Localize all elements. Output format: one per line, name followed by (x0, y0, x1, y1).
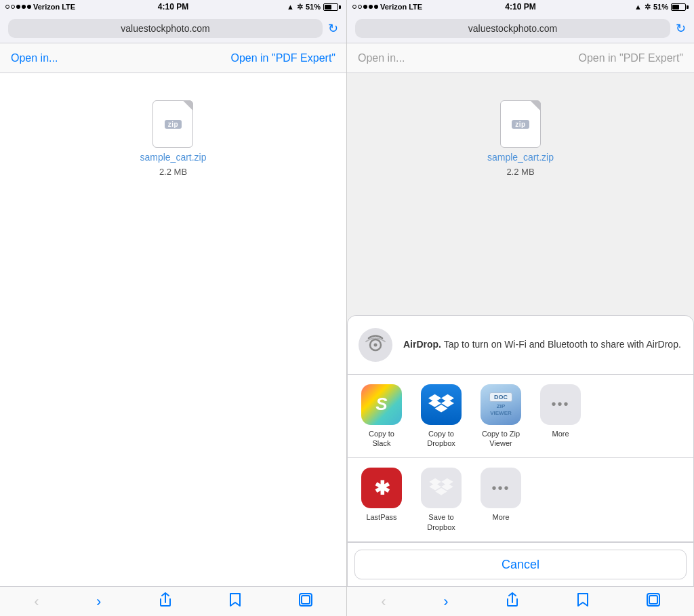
save-dropbox-label: Save toDropbox (427, 512, 455, 532)
signal-dot-r4 (369, 5, 373, 9)
bottom-toolbar-right: ‹ › (347, 586, 694, 616)
right-panel-content: zip sample_cart.zip 2.2 MB (347, 73, 694, 586)
time-left: 4:10 PM (158, 2, 188, 12)
app-item-dropbox[interactable]: Copy toDropbox (414, 384, 468, 449)
more-apps-icon: ••• (540, 384, 581, 425)
more-actions-label: More (492, 512, 509, 522)
airdrop-text: AirDrop. Tap to turn on Wi-Fi and Blueto… (403, 338, 681, 352)
dropbox-copy-label: Copy toDropbox (427, 429, 455, 449)
network-type-right: LTE (409, 3, 422, 11)
back-button-left[interactable]: ‹ (28, 590, 44, 613)
action-item-more[interactable]: ••• More (474, 468, 528, 522)
battery-percent-left: 51% (306, 3, 321, 11)
forward-button-left[interactable]: › (91, 590, 106, 613)
url-field-right[interactable]: valuestockphoto.com (355, 19, 670, 38)
slack-label: Copy toSlack (369, 429, 394, 449)
right-status-right: ▲ ✲ 51% (634, 3, 689, 12)
airdrop-icon (359, 328, 392, 362)
file-size-right: 2.2 MB (506, 167, 534, 177)
signal-dot-5 (27, 5, 31, 9)
battery-icon-right (671, 3, 689, 11)
cancel-button[interactable]: Cancel (354, 550, 687, 579)
time-right: 4:10 PM (505, 2, 535, 12)
signal-dot-r1 (352, 5, 356, 9)
file-name-left: sample_cart.zip (140, 152, 206, 163)
share-button-right[interactable] (500, 590, 525, 613)
url-field-left[interactable]: valuestockphoto.com (8, 19, 323, 38)
bluetooth-icon-right: ✲ (645, 3, 651, 12)
open-in-button-left[interactable]: Open in... (11, 52, 58, 64)
carrier-name-right: Verizon (380, 3, 407, 11)
action-item-lastpass[interactable]: ✱ LastPass (354, 468, 409, 522)
signal-dot-2 (11, 5, 15, 9)
app-item-more[interactable]: ••• More (533, 384, 588, 438)
tabs-button-right[interactable] (641, 590, 666, 613)
open-in-app-button-right: Open in "PDF Expert" (578, 52, 683, 64)
svg-rect-15 (649, 596, 657, 604)
share-sheet: AirDrop. Tap to turn on Wi-Fi and Blueto… (347, 315, 694, 586)
zip-file-icon-right: zip (500, 100, 541, 148)
icon-corner-right (530, 100, 541, 111)
dropbox-icon (421, 384, 462, 425)
bookmarks-button-left[interactable] (224, 590, 247, 613)
open-in-button-right: Open in... (358, 52, 405, 64)
app-icons-row: S Copy toSlack (354, 384, 687, 449)
file-name-right: sample_cart.zip (487, 152, 554, 163)
cancel-section: Cancel (348, 542, 693, 586)
signal-dot-r2 (358, 5, 362, 9)
signal-dot-r3 (363, 5, 367, 9)
app-icons-section: S Copy toSlack (348, 375, 693, 459)
signal-dot-3 (16, 5, 20, 9)
carrier-info-right: Verizon LTE (352, 3, 422, 11)
actions-row: ✱ LastPass (354, 468, 687, 532)
url-bar-right[interactable]: valuestockphoto.com ↻ (347, 14, 694, 43)
signal-dot-4 (22, 5, 26, 9)
zip-badge-left: zip (165, 120, 182, 129)
actions-section: ✱ LastPass (348, 458, 693, 542)
bookmarks-button-right[interactable] (571, 590, 594, 613)
file-display-right: zip sample_cart.zip 2.2 MB (487, 100, 554, 177)
tabs-button-left[interactable] (293, 590, 318, 613)
carrier-name-left: Verizon (33, 3, 60, 11)
share-button-left[interactable] (153, 590, 178, 613)
lastpass-icon: ✱ (361, 468, 402, 508)
network-type-left: LTE (62, 3, 75, 11)
zip-viewer-label: Copy to ZipViewer (482, 429, 520, 449)
zip-file-icon-left: zip (152, 100, 193, 148)
lastpass-label: LastPass (366, 512, 396, 522)
signal-dot-1 (5, 5, 9, 9)
carrier-info-left: Verizon LTE (5, 3, 75, 11)
forward-button-right[interactable]: › (438, 590, 453, 613)
svg-rect-1 (302, 596, 310, 604)
icon-corner-left (182, 100, 193, 111)
refresh-button-left[interactable]: ↻ (328, 21, 338, 36)
action-item-save-dropbox[interactable]: Save toDropbox (414, 468, 468, 532)
zip-badge-right: zip (512, 120, 529, 129)
app-item-slack[interactable]: S Copy toSlack (354, 384, 409, 449)
back-button-right[interactable]: ‹ (375, 590, 391, 613)
open-in-bar-left: Open in... Open in "PDF Expert" (0, 43, 346, 73)
svg-point-3 (374, 343, 377, 346)
open-in-app-button-left[interactable]: Open in "PDF Expert" (230, 52, 335, 64)
share-sheet-container: AirDrop. Tap to turn on Wi-Fi and Blueto… (347, 315, 694, 586)
airdrop-title: AirDrop. (403, 339, 441, 350)
more-actions-icon: ••• (481, 468, 521, 508)
battery-percent-right: 51% (653, 3, 668, 11)
airdrop-section[interactable]: AirDrop. Tap to turn on Wi-Fi and Blueto… (348, 316, 693, 375)
refresh-button-right[interactable]: ↻ (676, 21, 686, 36)
left-panel: Verizon LTE 4:10 PM ▲ ✲ 51% valuestockph… (0, 0, 347, 616)
right-panel: Verizon LTE 4:10 PM ▲ ✲ 51% valuestockph… (347, 0, 694, 616)
battery-icon-left (323, 3, 341, 11)
open-in-bar-right: Open in... Open in "PDF Expert" (347, 43, 694, 73)
file-display-left: zip sample_cart.zip 2.2 MB (140, 100, 206, 177)
more-apps-label: More (552, 429, 569, 438)
zip-viewer-icon: DOC ZIPVIEWER (481, 384, 521, 425)
url-bar-left[interactable]: valuestockphoto.com ↻ (0, 14, 346, 43)
airdrop-message: Tap to turn on Wi-Fi and Bluetooth to sh… (444, 339, 681, 350)
bottom-toolbar-left: ‹ › (0, 586, 346, 616)
location-icon-left: ▲ (287, 3, 294, 11)
status-bar-right: Verizon LTE 4:10 PM ▲ ✲ 51% (347, 0, 694, 14)
right-status-left: ▲ ✲ 51% (287, 3, 341, 12)
app-item-zip-viewer[interactable]: DOC ZIPVIEWER Copy to ZipViewer (474, 384, 528, 449)
file-size-left: 2.2 MB (159, 167, 187, 177)
